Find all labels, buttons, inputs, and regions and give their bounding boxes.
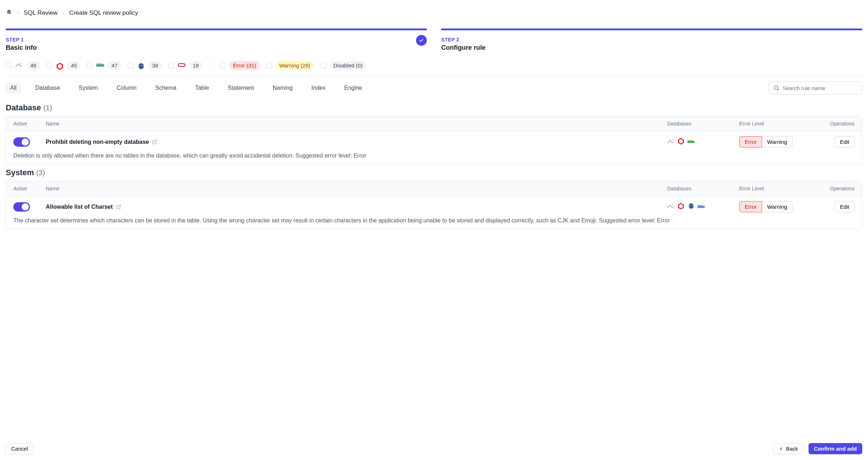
- tab-column[interactable]: Column: [112, 83, 141, 93]
- tab-statement[interactable]: Statement: [223, 83, 258, 93]
- edit-button[interactable]: Edit: [834, 201, 855, 212]
- oracle-icon: [178, 62, 186, 68]
- filter-level-warning[interactable]: Warning (28): [266, 61, 314, 70]
- breadcrumb-sql-review[interactable]: SQL Review: [24, 9, 58, 17]
- tidb-icon: [677, 138, 685, 146]
- checkbox[interactable]: [46, 62, 52, 68]
- col-operations: Operations: [811, 181, 862, 196]
- database-rules-table: Active Name Databases Error Level Operat…: [6, 116, 862, 164]
- table-header-row: Active Name Databases Error Level Operat…: [6, 181, 862, 196]
- tab-index[interactable]: Index: [307, 83, 330, 93]
- postgres-icon: [687, 203, 695, 211]
- search-input-wrap[interactable]: [769, 81, 862, 94]
- postgres-icon: [137, 62, 145, 68]
- step-bar: [441, 28, 862, 30]
- col-name: Name: [39, 181, 660, 196]
- step-2-title: Configure rule: [441, 44, 862, 52]
- filter-count: 49: [27, 61, 40, 70]
- level-warning-button[interactable]: Warning: [762, 201, 792, 212]
- rule-description-row: Deletion is only allowed when there are …: [6, 152, 862, 164]
- filter-engine-oracle[interactable]: 18: [168, 61, 203, 70]
- level-error-button[interactable]: Error: [739, 136, 762, 147]
- tab-naming[interactable]: Naming: [269, 83, 297, 93]
- level-error-button[interactable]: Error: [739, 201, 762, 212]
- tab-system[interactable]: System: [74, 83, 102, 93]
- svg-point-3: [140, 65, 140, 66]
- step-1[interactable]: STEP 1 Basic info: [6, 28, 427, 52]
- external-link-icon: [116, 204, 121, 210]
- svg-rect-7: [687, 141, 695, 142]
- search-input[interactable]: [783, 85, 858, 91]
- rule-name[interactable]: Prohibit deleting non-empty database: [46, 139, 653, 145]
- table-row: Prohibit deleting non-empty database Err…: [6, 131, 862, 152]
- tab-all[interactable]: All: [6, 83, 21, 93]
- section-name: System: [6, 168, 34, 177]
- disabled-badge: Disabled (0): [330, 61, 366, 70]
- filter-level-error[interactable]: Error (31): [220, 61, 260, 70]
- checkbox[interactable]: [87, 62, 93, 68]
- svg-point-4: [142, 65, 142, 66]
- filter-engine-mysql[interactable]: 49: [6, 61, 40, 70]
- rule-name-text: Allowable list of Charset: [46, 204, 113, 210]
- svg-rect-12: [698, 206, 705, 207]
- step-2[interactable]: STEP 2 Configure rule: [441, 28, 862, 52]
- tab-engine[interactable]: Engine: [340, 83, 367, 93]
- filter-level-disabled[interactable]: Disabled (0): [320, 61, 366, 70]
- clickhouse-icon: [96, 62, 104, 68]
- col-databases: Databases: [660, 116, 732, 131]
- svg-point-10: [690, 205, 690, 206]
- checkbox[interactable]: [320, 62, 326, 68]
- level-switch: Error Warning: [739, 201, 804, 212]
- svg-point-11: [692, 205, 692, 206]
- tidb-icon: [56, 62, 64, 68]
- rule-name[interactable]: Allowable list of Charset: [46, 204, 653, 210]
- steps: STEP 1 Basic info STEP 2 Configure rule: [6, 28, 862, 52]
- external-link-icon: [152, 139, 158, 145]
- level-switch: Error Warning: [739, 136, 804, 147]
- tabs-row: All Database System Column Schema Table …: [0, 76, 868, 99]
- filter-engine-clickhouse[interactable]: 47: [87, 61, 121, 70]
- col-operations: Operations: [811, 116, 862, 131]
- home-icon[interactable]: [6, 9, 12, 17]
- warning-badge: Warning (28): [276, 61, 314, 70]
- edit-button[interactable]: Edit: [834, 136, 855, 147]
- tidb-icon: [677, 203, 685, 211]
- section-system-title: System (3): [0, 164, 868, 181]
- svg-rect-14: [698, 205, 703, 206]
- mysql-icon: [667, 138, 674, 146]
- filter-count: 38: [149, 61, 162, 70]
- col-name: Name: [39, 116, 660, 131]
- col-level: Error Level: [732, 181, 811, 196]
- active-toggle[interactable]: [13, 137, 30, 147]
- checkbox[interactable]: [168, 62, 174, 68]
- checkbox[interactable]: [128, 62, 133, 68]
- col-level: Error Level: [732, 116, 811, 131]
- engine-icons: [667, 203, 725, 211]
- svg-rect-13: [698, 207, 705, 208]
- active-toggle[interactable]: [13, 202, 30, 212]
- filter-count: 47: [108, 61, 121, 70]
- step-1-title: Basic info: [6, 44, 427, 52]
- checkbox[interactable]: [220, 62, 226, 68]
- section-count: (3): [36, 169, 45, 177]
- svg-rect-1: [96, 66, 104, 67]
- svg-rect-8: [687, 142, 695, 143]
- filter-engine-postgres[interactable]: 38: [128, 61, 162, 70]
- tab-database[interactable]: Database: [31, 83, 65, 93]
- error-badge: Error (31): [229, 61, 260, 70]
- checkbox[interactable]: [6, 62, 12, 68]
- col-active: Active: [6, 116, 39, 131]
- check-icon: [416, 35, 427, 46]
- tab-table[interactable]: Table: [191, 83, 213, 93]
- step-bar: [6, 28, 427, 30]
- tab-schema[interactable]: Schema: [151, 83, 181, 93]
- col-databases: Databases: [660, 181, 732, 196]
- level-warning-button[interactable]: Warning: [762, 136, 792, 147]
- checkbox[interactable]: [266, 62, 272, 68]
- rule-description: The character set determines which chara…: [6, 217, 862, 229]
- section-database-title: Database (1): [0, 99, 868, 116]
- filter-row: 49 45 47 38 18 Error (31) Warning (28) D…: [0, 60, 868, 76]
- filter-engine-tidb[interactable]: 45: [46, 61, 81, 70]
- mysql-icon: [667, 203, 674, 211]
- table-row: Allowable list of Charset Error Warning: [6, 196, 862, 217]
